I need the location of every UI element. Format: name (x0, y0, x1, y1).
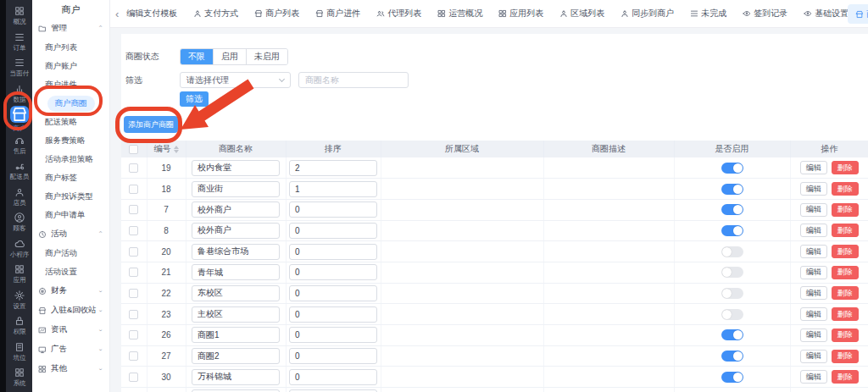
enabled-toggle[interactable] (721, 204, 743, 215)
enabled-toggle[interactable] (721, 184, 743, 195)
district-name-cell-input[interactable] (192, 264, 280, 280)
status-option-button[interactable]: 未启用 (247, 49, 287, 64)
delete-button[interactable]: 删除 (832, 286, 859, 300)
rail-item[interactable]: 顾客 (6, 210, 32, 236)
rail-item[interactable]: 权限 (6, 313, 32, 340)
district-name-input[interactable] (298, 72, 409, 88)
district-name-cell-input[interactable] (192, 306, 280, 323)
menu-group[interactable]: 入驻&回收站⌄ (32, 301, 109, 320)
edit-button[interactable]: 编辑 (800, 245, 827, 258)
rail-item[interactable]: 售后 (6, 133, 32, 159)
tab[interactable]: 区域列表 (559, 8, 604, 19)
district-sort-cell-input[interactable] (289, 264, 377, 280)
menu-item[interactable]: 商户标签 (32, 168, 109, 187)
district-sort-cell-input[interactable] (289, 285, 377, 301)
delete-button[interactable]: 删除 (832, 370, 859, 384)
enabled-toggle[interactable] (721, 288, 743, 299)
delete-button[interactable]: 删除 (832, 307, 859, 321)
tab[interactable]: 代理列表 (376, 8, 421, 19)
menu-item[interactable]: 商户活动 (32, 244, 109, 262)
district-sort-cell-input[interactable] (289, 369, 377, 385)
row-checkbox[interactable] (129, 310, 138, 319)
tab[interactable]: 同步到商户 (620, 8, 674, 19)
delete-button[interactable]: 删除 (832, 224, 859, 237)
select-all-checkbox[interactable] (129, 145, 138, 154)
district-sort-cell-input[interactable] (289, 327, 377, 343)
menu-item[interactable]: 服务费策略 (32, 131, 109, 150)
edit-button[interactable]: 编辑 (800, 370, 827, 384)
rail-item[interactable]: 小程序 (6, 236, 32, 262)
tab-merchant-district-active[interactable]: 商户商圈 (848, 4, 868, 24)
tabs-scroll-left-icon[interactable]: ‹ (115, 8, 119, 20)
edit-button[interactable]: 编辑 (800, 182, 827, 196)
enabled-toggle[interactable] (721, 351, 743, 362)
row-checkbox[interactable] (129, 247, 138, 257)
rail-item[interactable]: 订单 (6, 30, 32, 56)
menu-item[interactable]: 活动设置 (32, 262, 109, 281)
menu-group[interactable]: 广告⌄ (32, 340, 109, 359)
row-checkbox[interactable] (129, 185, 138, 194)
row-checkbox[interactable] (129, 351, 138, 361)
tab[interactable]: 商户进件 (315, 8, 360, 19)
district-sort-cell-input[interactable] (289, 223, 377, 239)
district-name-cell-input[interactable] (192, 327, 280, 343)
menu-item[interactable]: 商户投诉类型 (32, 187, 109, 206)
filter-button[interactable]: 筛选 (180, 91, 209, 107)
district-sort-cell-input[interactable] (289, 160, 377, 176)
edit-button[interactable]: 编辑 (800, 350, 827, 363)
row-checkbox[interactable] (129, 330, 138, 340)
edit-button[interactable]: 编辑 (800, 161, 827, 174)
delete-button[interactable]: 删除 (832, 350, 859, 363)
rail-item[interactable]: 商户 (6, 107, 32, 133)
edit-button[interactable]: 编辑 (800, 224, 827, 237)
district-sort-cell-input[interactable] (289, 244, 377, 260)
district-name-cell-input[interactable] (192, 160, 280, 176)
edit-button[interactable]: 编辑 (800, 286, 827, 300)
menu-item[interactable]: 活动承担策略 (32, 150, 109, 168)
tab[interactable]: 基础设置 (804, 8, 849, 19)
enabled-toggle[interactable] (721, 246, 743, 257)
district-sort-cell-input[interactable] (289, 348, 377, 364)
enabled-toggle[interactable] (721, 329, 743, 340)
enabled-toggle[interactable] (721, 163, 743, 174)
rail-item[interactable]: 当面付 (6, 55, 32, 81)
tab[interactable]: 编辑支付模板 (126, 8, 177, 19)
row-checkbox[interactable] (129, 268, 138, 277)
delete-button[interactable]: 删除 (832, 245, 859, 258)
row-checkbox[interactable] (129, 289, 138, 298)
district-name-cell-input[interactable] (192, 348, 280, 364)
delete-button[interactable]: 删除 (832, 329, 859, 342)
status-option-button[interactable]: 启用 (214, 49, 247, 64)
menu-item[interactable]: 商户进件 (32, 75, 109, 94)
rail-item[interactable]: 配送员 (6, 158, 32, 185)
district-name-cell-input[interactable] (192, 202, 280, 218)
tab[interactable]: 商户列表 (254, 8, 299, 19)
menu-group[interactable]: 财务⌄ (32, 281, 109, 301)
row-checkbox[interactable] (129, 163, 138, 173)
rail-item[interactable]: 系统 (6, 365, 32, 391)
rail-item[interactable]: 概况 (6, 3, 32, 30)
delete-button[interactable]: 删除 (832, 266, 859, 279)
row-checkbox[interactable] (129, 226, 138, 235)
sort-icon[interactable] (174, 146, 179, 153)
district-name-cell-input[interactable] (192, 181, 280, 197)
delete-button[interactable]: 删除 (832, 182, 859, 196)
enabled-toggle[interactable] (721, 372, 743, 383)
tab[interactable]: 应用列表 (498, 8, 543, 19)
row-checkbox[interactable] (129, 373, 138, 382)
menu-item[interactable]: 商户账户 (32, 57, 109, 75)
menu-group[interactable]: 其他⌄ (32, 359, 109, 378)
menu-item[interactable]: 商户列表 (32, 38, 109, 57)
enabled-toggle[interactable] (721, 225, 743, 236)
tab[interactable]: 签到记录 (743, 8, 787, 19)
rail-item[interactable]: 设置 (6, 288, 32, 314)
menu-item[interactable]: 商户申请单 (32, 206, 109, 224)
menu-group[interactable]: 资讯⌄ (32, 320, 109, 340)
district-name-cell-input[interactable] (192, 244, 280, 260)
rail-item[interactable]: 数据 (6, 81, 32, 108)
menu-item[interactable]: 配送策略 (32, 113, 109, 131)
edit-button[interactable]: 编辑 (800, 203, 827, 217)
rail-item[interactable]: 坑位 (6, 340, 32, 366)
status-option-button[interactable]: 不限 (181, 49, 214, 64)
district-name-cell-input[interactable] (192, 285, 280, 301)
